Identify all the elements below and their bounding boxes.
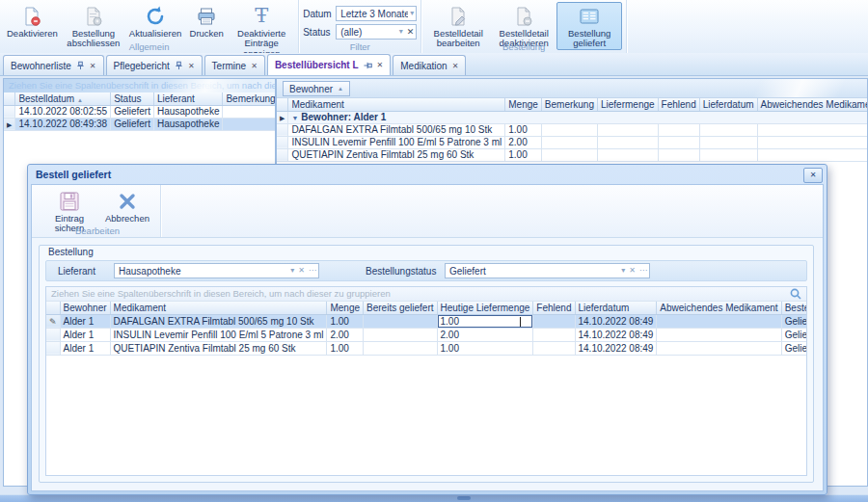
close-tab-icon[interactable]: ✕ bbox=[90, 62, 96, 70]
aktualisieren-button[interactable]: Aktualisieren bbox=[126, 2, 184, 40]
pin-icon[interactable] bbox=[175, 61, 183, 70]
column-header-fehlend[interactable]: Fehlend bbox=[533, 302, 575, 314]
dropdown-arrow-icon[interactable]: ▾ bbox=[619, 267, 627, 275]
ribbon-group-label-filter: Filter bbox=[299, 41, 420, 52]
delivery-table: Bewohner Medikament Menge Bereits gelief… bbox=[46, 302, 807, 356]
splitter-grip[interactable] bbox=[457, 496, 471, 500]
column-header-abweichendes-medikament[interactable]: Abweichendes Medikament bbox=[757, 98, 868, 111]
column-header-lieferdatum[interactable]: Lieferdatum bbox=[575, 302, 657, 314]
bestellungstatus-combobox[interactable]: Geliefert ▾ ✕ ⋯ bbox=[445, 263, 650, 278]
column-header-bemerkung[interactable]: Bemerkung bbox=[541, 98, 597, 111]
table-row-selected[interactable]: ▶ 14.10.2022 08:49:38 Geliefert Hausapot… bbox=[4, 118, 276, 130]
column-header-menge[interactable]: Menge bbox=[327, 302, 364, 314]
delivery-list-icon bbox=[579, 3, 600, 29]
row-indicator-header bbox=[4, 92, 15, 105]
column-header-bestelldatum[interactable]: Bestelldatum ▲ bbox=[15, 92, 111, 105]
window-bottom-edge bbox=[0, 494, 868, 502]
column-header-medikament[interactable]: Medikament bbox=[288, 98, 505, 111]
column-header-bestellstatus[interactable]: Bestellstatus bbox=[781, 302, 807, 314]
abbrechen-button[interactable]: Abbrechen bbox=[102, 187, 152, 225]
gloss-streak bbox=[140, 79, 275, 92]
lieferant-combobox[interactable]: Hausapotheke ▾ ✕ ⋯ bbox=[114, 263, 319, 278]
column-header-status[interactable]: Status bbox=[111, 92, 154, 105]
document-deactivate-gray-icon bbox=[513, 3, 534, 29]
sort-ascending-icon: ▲ bbox=[77, 97, 83, 103]
drucken-button[interactable]: Drucken bbox=[184, 2, 229, 40]
cancel-x-icon bbox=[117, 188, 138, 214]
dialog-fields-row: Lieferant Hausapotheke ▾ ✕ ⋯ Bestellungs… bbox=[45, 260, 807, 281]
save-floppy-icon bbox=[58, 188, 81, 214]
search-icon[interactable] bbox=[790, 288, 801, 300]
status-filter-combobox[interactable]: (alle) ▾ ✕ bbox=[336, 24, 417, 40]
tab-termine[interactable]: Termine ✕ bbox=[204, 55, 265, 75]
dropdown-arrow-icon[interactable]: ▾ bbox=[397, 28, 405, 36]
deaktivieren-button[interactable]: Deaktivieren bbox=[4, 2, 61, 40]
clear-icon[interactable]: ✕ bbox=[296, 267, 307, 275]
column-header-lieferdatum[interactable]: Lieferdatum bbox=[699, 98, 757, 111]
row-indicator-header bbox=[277, 98, 288, 111]
collapse-group-icon[interactable]: ▼ bbox=[291, 115, 301, 121]
column-header-abweichendes-medikament[interactable]: Abweichendes Medikament bbox=[657, 302, 781, 314]
tab-bestelluebersicht[interactable]: Bestellübersicht L ✕ bbox=[267, 54, 391, 75]
grouped-column-chip-bewohner[interactable]: Bewohner ▲ bbox=[283, 81, 350, 96]
clear-filter-icon[interactable]: ✕ bbox=[405, 28, 417, 37]
column-header-bewohner[interactable]: Bewohner bbox=[60, 302, 110, 314]
column-header-bemerkung[interactable]: Bemerkung bbox=[223, 92, 276, 105]
tab-bewohnerliste[interactable]: Bewohnerliste ✕ bbox=[3, 55, 104, 75]
table-row[interactable]: Alder 1 QUETIAPIN Zentiva Filmtabl 25 mg… bbox=[46, 341, 807, 355]
table-row[interactable]: DAFALGAN EXTRA Filmtabl 500/65 mg 10 Stk… bbox=[277, 123, 868, 136]
refresh-icon bbox=[144, 3, 167, 29]
group-by-drop-area[interactable]: Ziehen Sie eine Spaltenüberschrift in di… bbox=[46, 287, 806, 302]
strikethrough-t-icon: Ŧ bbox=[255, 3, 268, 29]
ellipsis-icon[interactable]: ⋯ bbox=[637, 267, 649, 275]
table-row-editing[interactable]: ✎ Alder 1 DAFALGAN EXTRA Filmtabl 500/65… bbox=[46, 314, 807, 328]
ribbon-group-label-bestellung: Bestellung bbox=[421, 41, 626, 52]
dropdown-arrow-icon[interactable]: ▾ bbox=[288, 267, 296, 275]
column-header-fehlend[interactable]: Fehlend bbox=[658, 98, 699, 111]
text-cursor bbox=[520, 317, 521, 327]
close-tab-icon[interactable]: ✕ bbox=[377, 61, 384, 69]
close-tab-icon[interactable]: ✕ bbox=[251, 62, 258, 70]
lieferant-label: Lieferant bbox=[58, 266, 114, 277]
gloss-streak bbox=[732, 79, 867, 97]
dropdown-arrow-icon[interactable]: ▾ bbox=[408, 10, 416, 17]
column-header-lieferant[interactable]: Lieferant bbox=[153, 92, 223, 105]
heutige-liefermenge-edit-cell[interactable]: 1.00 bbox=[437, 314, 533, 328]
bestellungstatus-label: Bestellungstatus bbox=[366, 266, 445, 277]
ellipsis-icon[interactable]: ⋯ bbox=[307, 267, 318, 275]
ribbon-group-filter: Datum Letzte 3 Monate ▾ Status (alle) ▾ … bbox=[299, 0, 421, 53]
column-header-medikament[interactable]: Medikament bbox=[110, 302, 327, 314]
printer-icon bbox=[196, 3, 217, 29]
dialog-titlebar[interactable]: Bestell geliefert ✕ bbox=[28, 165, 827, 183]
ribbon-group-bestellung: Bestelldetail bearbeiten Bestelldetail d… bbox=[421, 0, 627, 53]
dialog-title: Bestell geliefert bbox=[36, 169, 111, 180]
table-row[interactable]: 14.10.2022 08:02:55 Geliefert Hausapothe… bbox=[4, 105, 276, 118]
bestell-geliefert-dialog: Bestell geliefert ✕ Eintrag sichern Abbr… bbox=[27, 164, 827, 495]
document-deactivate-icon bbox=[21, 3, 42, 29]
pin-icon[interactable] bbox=[363, 61, 372, 69]
datum-filter-combobox[interactable]: Letzte 3 Monate ▾ bbox=[336, 6, 417, 21]
bestellungen-table: Bestelldatum ▲ Status Lieferant Bemerkun… bbox=[4, 92, 276, 131]
group-row-bewohner[interactable]: ▶ ▼Bewohner: Alder 1 bbox=[277, 111, 868, 123]
pin-icon[interactable] bbox=[76, 61, 85, 70]
column-header-bereits-geliefert[interactable]: Bereits geliefert bbox=[364, 302, 437, 314]
table-row[interactable]: INSULIN Levemir Penfill 100 E/ml 5 Patro… bbox=[277, 136, 868, 148]
clear-icon[interactable]: ✕ bbox=[627, 267, 637, 275]
dialog-close-button[interactable]: ✕ bbox=[803, 168, 823, 183]
status-filter-label: Status bbox=[303, 27, 336, 38]
edit-pencil-icon: ✎ bbox=[49, 317, 57, 327]
table-row[interactable]: Alder 1 INSULIN Levemir Penfill 100 E/ml… bbox=[46, 328, 807, 341]
close-tab-icon[interactable]: ✕ bbox=[188, 62, 195, 70]
group-by-area[interactable]: Bewohner ▲ bbox=[277, 79, 867, 98]
group-by-drop-area[interactable]: Ziehen Sie eine Spaltenüberschrift in di… bbox=[4, 79, 275, 92]
tab-pflegebericht[interactable]: Pflegebericht ✕ bbox=[106, 55, 203, 75]
column-header-liefermenge[interactable]: Liefermenge bbox=[597, 98, 658, 111]
close-tab-icon[interactable]: ✕ bbox=[452, 62, 459, 70]
column-header-heutige-liefermenge[interactable]: Heutige Liefermenge bbox=[437, 302, 533, 314]
row-indicator-header bbox=[46, 302, 60, 314]
ribbon: Deaktivieren Bestellung abschliessen Akt… bbox=[0, 0, 868, 54]
column-header-menge[interactable]: Menge bbox=[505, 98, 542, 111]
groupbox-label: Bestellung bbox=[40, 246, 813, 258]
tab-medikation[interactable]: Medikation ✕ bbox=[393, 55, 466, 75]
table-row[interactable]: QUETIAPIN Zentiva Filmtabl 25 mg 60 Stk … bbox=[277, 148, 868, 161]
